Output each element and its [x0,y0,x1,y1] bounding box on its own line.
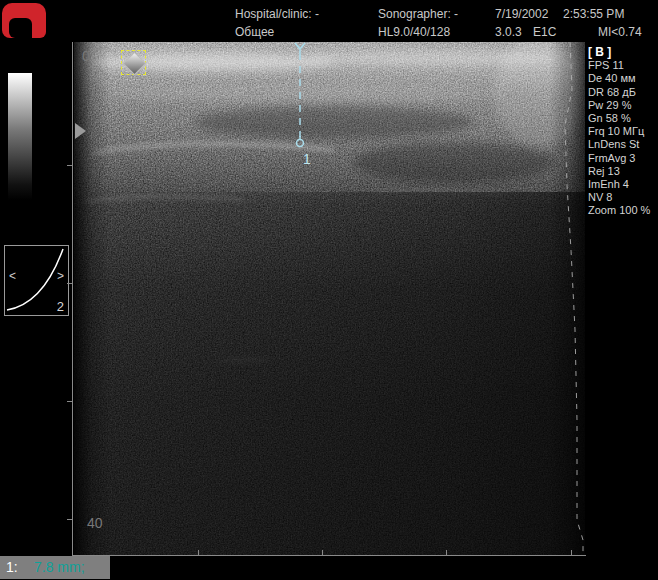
ultrasound-screen: Hospital/clinic: - Sonographer: - 7/19/2… [0,0,658,580]
param-gain: Gn 58 % [588,112,658,125]
param-frequency: Frq 10 МГц [588,125,658,138]
brand-logo-cutout [9,18,32,38]
diamond-pointer-icon [122,51,146,75]
param-zoom: Zoom 100 % [588,204,658,217]
depth-scale-bottom-label: 40 [87,515,103,531]
depth-tick [67,401,72,402]
param-depth: De 40 мм [588,72,658,85]
measurement-value: 7.8 mm; [34,559,85,575]
brand-logo [2,3,46,38]
hospital-label: Hospital/clinic: - [235,7,319,21]
chevron-left-icon[interactable]: < [9,270,16,282]
param-rejection: Rej 13 [588,165,658,178]
param-dynamic-range: DR 68 дБ [588,86,658,99]
mode-label: [ B ] [588,46,658,59]
gamma-curve-index: 2 [57,299,64,314]
active-cursor-marker[interactable] [121,50,146,75]
sonographer-label: Sonographer: - [378,7,458,21]
exam-time: 2:53:55 PM [563,7,624,21]
depth-tick [67,519,72,520]
param-image-enhance: ImEnh 4 [588,178,658,191]
param-power: Pw 29 % [588,99,658,112]
measurement-result-strip: 1: 7.8 mm; [0,556,110,579]
grayscale-bar [8,73,32,200]
width-tick [446,550,447,555]
preset-label: Общее [235,25,274,39]
software-version: 3.0.3 [495,25,522,39]
param-nv: NV 8 [588,191,658,204]
width-tick [198,550,199,555]
ultrasound-image: 0 40 1 [74,42,585,555]
b-mode-parameter-panel: [ B ] FPS 11 De 40 мм DR 68 дБ Pw 29 % G… [588,46,658,218]
depth-scale-top-label: 0 [82,48,90,64]
caliper-number-label: 1 [303,151,311,167]
measurement-index: 1: [6,559,18,575]
depth-tick [67,283,72,284]
probe-model: E1C [533,25,556,39]
width-tick [322,550,323,555]
depth-ruler [72,42,73,556]
gamma-curve-box[interactable]: < > 2 [4,245,69,316]
chevron-right-icon[interactable]: > [57,270,64,282]
mi-value: MI<0.74 [598,25,642,39]
param-line-density: LnDens St [588,138,658,151]
param-frame-avg: FrmAvg 3 [588,152,658,165]
probe-info: HL9.0/40/128 [378,25,450,39]
depth-tick [67,165,72,166]
exam-date: 7/19/2002 [495,7,548,21]
width-tick [571,550,572,555]
param-fps: FPS 11 [588,59,658,72]
width-ruler [72,555,586,556]
focus-position-marker[interactable] [75,123,86,139]
